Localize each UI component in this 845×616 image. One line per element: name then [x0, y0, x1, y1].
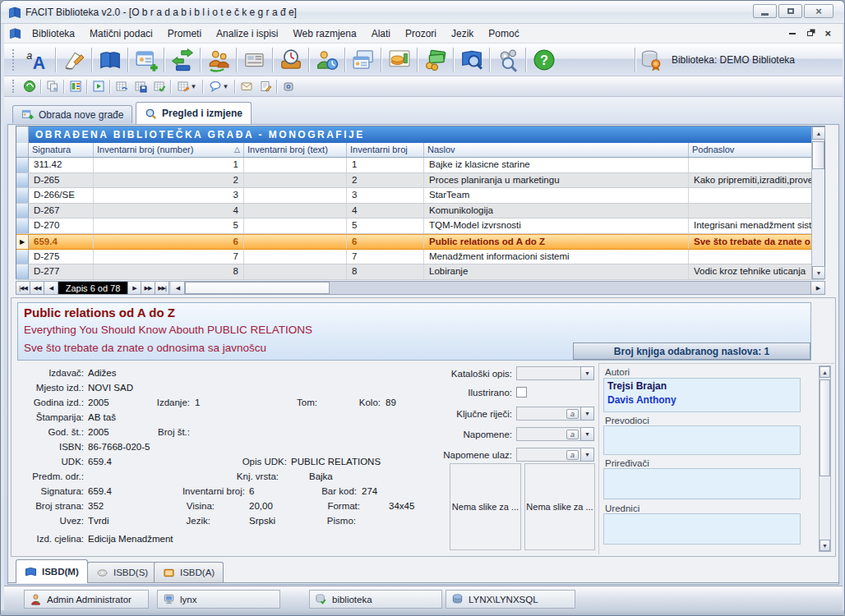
combo-field[interactable]: a: [516, 448, 580, 462]
cell-podnaslov[interactable]: Sve što trebate da znate o odnosima: [689, 235, 813, 249]
cell-inv[interactable]: 7: [347, 250, 424, 264]
settings-search-button[interactable]: [490, 44, 525, 76]
table-row[interactable]: D-267 4 4 Komunikologija: [16, 204, 824, 219]
cell-inv-number[interactable]: 7: [94, 250, 244, 264]
contact-button[interactable]: [279, 78, 298, 95]
chart-button[interactable]: [381, 44, 417, 76]
row-indicator[interactable]: [16, 250, 29, 264]
current-row-marker-icon[interactable]: ▶: [16, 235, 29, 249]
cell-signatura[interactable]: D-275: [29, 250, 94, 264]
column-header-signatura[interactable]: Signatura: [29, 143, 94, 157]
cell-podnaslov[interactable]: Vodic kroz tehnike uticanja: [689, 264, 813, 279]
cell-signatura[interactable]: D-266/SE: [29, 188, 94, 203]
menu-pomoc[interactable]: Pomoć: [481, 25, 526, 42]
urednici-listbox[interactable]: [603, 513, 801, 545]
book-count-button[interactable]: Broj knjiga odabranog naslova: 1: [573, 342, 810, 360]
cell-podnaslov[interactable]: Integrisani menadžment sistemi: [689, 218, 813, 233]
menu-prozori[interactable]: Prozori: [398, 25, 444, 42]
help-button[interactable]: ?: [526, 44, 561, 76]
combo-dropdown-icon[interactable]: ▼: [580, 366, 594, 380]
author-item[interactable]: Trejsi Brajan: [607, 379, 797, 393]
cell-inv[interactable]: 8: [347, 264, 424, 279]
grid-check-button[interactable]: [150, 78, 169, 95]
refresh-globe-button[interactable]: [20, 78, 39, 95]
close-button[interactable]: ×: [804, 4, 833, 18]
prev-page-button[interactable]: ◀◀: [30, 282, 44, 294]
list-panel-button[interactable]: [66, 78, 85, 95]
table-row[interactable]: D-266/SE 3 3 StarTeam: [16, 188, 824, 204]
last-record-button[interactable]: ▶▶|: [155, 282, 169, 294]
cell-inv-text[interactable]: [244, 250, 347, 264]
scrollbar-thumb[interactable]: [820, 379, 830, 476]
cell-inv-text[interactable]: [244, 235, 347, 249]
scroll-down-icon[interactable]: ▼: [812, 266, 825, 279]
cell-inv-number[interactable]: 1: [94, 158, 244, 172]
row-indicator[interactable]: [16, 218, 29, 233]
cell-inv-number[interactable]: 5: [94, 218, 244, 233]
autori-listbox[interactable]: Trejsi Brajan Davis Anthony: [603, 378, 801, 412]
menu-prometi[interactable]: Prometi: [160, 25, 209, 42]
minimize-button[interactable]: [753, 4, 777, 18]
cell-naslov[interactable]: Public relations od A do Z: [424, 235, 689, 249]
prevodioci-listbox[interactable]: [603, 425, 801, 455]
menu-web-razmjena[interactable]: Web razmjena: [285, 25, 363, 42]
table-row[interactable]: D-265 2 2 Proces planiranja u marketingu…: [16, 173, 824, 189]
cell-inv-number[interactable]: 3: [94, 188, 244, 203]
cell-signatura[interactable]: 311.42: [29, 158, 94, 172]
front-image-placeholder[interactable]: Nema slike za ...: [450, 463, 521, 550]
cell-naslov[interactable]: TQM-Model izvrsnosti: [424, 218, 689, 233]
menu-jezik[interactable]: Jezik: [444, 25, 481, 42]
money-button[interactable]: [418, 44, 453, 76]
table-row[interactable]: D-275 7 7 Menadžment informacioni sistem…: [16, 250, 824, 265]
new-record-button[interactable]: [128, 44, 164, 76]
cell-inv-text[interactable]: [244, 173, 347, 188]
row-indicator[interactable]: [16, 188, 29, 203]
tab-isbd-s[interactable]: ISBD(S): [87, 562, 157, 582]
combo-field[interactable]: [516, 366, 580, 380]
kljucne-rijeci-combo[interactable]: a ▼: [516, 407, 594, 421]
toolbar-grip[interactable]: [12, 80, 15, 93]
text-format-icon[interactable]: a: [566, 450, 579, 460]
row-indicator[interactable]: [16, 264, 29, 279]
cell-naslov[interactable]: Proces planiranja u marketingu: [424, 173, 689, 188]
scrollbar-thumb[interactable]: [812, 141, 824, 169]
scroll-down-icon[interactable]: ▼: [820, 540, 830, 551]
combo-dropdown-icon[interactable]: ▼: [580, 448, 594, 462]
next-page-button[interactable]: ▶▶: [141, 282, 155, 294]
hscrollbar-thumb[interactable]: [185, 282, 330, 294]
napomene-combo[interactable]: a ▼: [516, 427, 594, 441]
maximize-button[interactable]: [778, 4, 802, 18]
cell-podnaslov[interactable]: [689, 188, 813, 203]
cell-inv-text[interactable]: [244, 264, 347, 279]
combo-dropdown-icon[interactable]: ▼: [580, 407, 594, 421]
toolbar-grip[interactable]: [12, 49, 15, 71]
mdi-close-icon[interactable]: ×: [824, 30, 831, 38]
napomene-ulaz-combo[interactable]: a ▼: [516, 448, 594, 462]
table-row[interactable]: D-270 5 5 TQM-Model izvrsnosti Integrisa…: [16, 218, 824, 234]
hscroll-left-icon[interactable]: ◀: [171, 282, 185, 294]
combo-field[interactable]: a: [516, 427, 580, 441]
menu-biblioteka[interactable]: Biblioteka: [25, 25, 82, 42]
cell-signatura[interactable]: D-267: [29, 204, 94, 218]
book-button[interactable]: [92, 44, 127, 76]
prev-record-button[interactable]: ◀: [44, 282, 58, 294]
mail-button[interactable]: [237, 78, 256, 95]
tab-pregled-i-izmjene[interactable]: Pregled i izmjene: [136, 102, 252, 124]
search-book-button[interactable]: [454, 44, 489, 76]
table-row[interactable]: D-277 8 8 Lobiranje Vodic kroz tehnike u…: [16, 264, 824, 280]
cell-naslov[interactable]: Bajke iz klasicne starine: [424, 158, 689, 172]
cell-inv[interactable]: 5: [347, 218, 424, 233]
tab-isbd-a[interactable]: ISBD(A): [154, 562, 224, 582]
cell-signatura[interactable]: D-270: [29, 218, 94, 233]
ilustrirano-checkbox[interactable]: [516, 387, 527, 398]
hscrollbar-track[interactable]: [330, 282, 810, 294]
cell-podnaslov[interactable]: [689, 204, 813, 218]
scroll-up-icon[interactable]: ▲: [820, 366, 830, 378]
row-indicator[interactable]: [16, 158, 29, 172]
cell-podnaslov[interactable]: [689, 250, 813, 264]
comment-button[interactable]: ▼: [205, 78, 233, 95]
cell-inv[interactable]: 3: [347, 188, 424, 203]
cell-inv-text[interactable]: [244, 158, 347, 172]
column-header-inv-number[interactable]: Inventarni broj (number)△: [94, 143, 244, 157]
cell-naslov[interactable]: Menadžment informacioni sistemi: [424, 250, 689, 264]
